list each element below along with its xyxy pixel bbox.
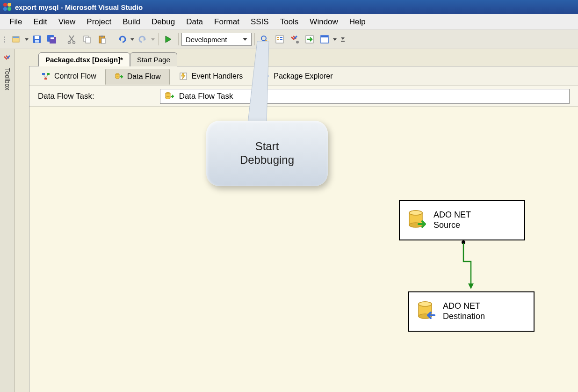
event-handlers-icon bbox=[179, 72, 188, 81]
toolbox-pin-icon[interactable] bbox=[2, 54, 13, 64]
menu-build[interactable]: Build bbox=[123, 17, 140, 27]
data-flow-task-combo[interactable]: Data Flow Task bbox=[160, 89, 570, 104]
data-flow-task-value: Data Flow Task bbox=[179, 92, 233, 101]
toolbox-label: Toolbox bbox=[4, 68, 11, 90]
menu-debug[interactable]: Debug bbox=[152, 17, 175, 27]
properties-button[interactable] bbox=[273, 32, 287, 46]
solution-config-value: Development bbox=[186, 36, 227, 44]
window-layout-button[interactable] bbox=[318, 32, 332, 46]
tab-data-flow[interactable]: Data Flow bbox=[105, 69, 170, 85]
svg-point-45 bbox=[409, 211, 422, 215]
tab-start-page[interactable]: Start Page bbox=[130, 52, 177, 66]
menu-edit[interactable]: Edit bbox=[33, 17, 47, 27]
menu-tools[interactable]: Tools bbox=[280, 17, 299, 27]
svg-rect-36 bbox=[262, 73, 264, 75]
callout-start-debugging: Start Debbuging bbox=[206, 121, 328, 186]
svg-point-0 bbox=[3, 3, 7, 7]
paste-button[interactable] bbox=[95, 32, 109, 46]
package-explorer-icon bbox=[260, 72, 270, 81]
solution-config-combo[interactable]: Development bbox=[181, 33, 252, 46]
title-bar: export mysql - Microsoft Visual Studio bbox=[0, 0, 578, 14]
menu-format[interactable]: Format bbox=[214, 17, 239, 27]
designer-tabs: Control Flow Data Flow Event Handlers bbox=[29, 66, 578, 86]
menu-file[interactable]: File bbox=[9, 17, 22, 27]
svg-rect-21 bbox=[277, 37, 279, 38]
toolbar-grip[interactable] bbox=[3, 32, 7, 46]
svg-rect-30 bbox=[47, 73, 50, 75]
svg-point-1 bbox=[7, 3, 11, 7]
cut-button[interactable] bbox=[65, 32, 79, 46]
svg-rect-22 bbox=[277, 39, 279, 40]
save-button[interactable] bbox=[30, 32, 44, 46]
redo-button[interactable] bbox=[136, 32, 150, 46]
node-ado-net-destination[interactable]: ADO NET Destination bbox=[408, 291, 535, 332]
connector-arrow[interactable] bbox=[460, 240, 474, 292]
svg-point-41 bbox=[166, 96, 170, 99]
svg-rect-24 bbox=[280, 39, 282, 40]
svg-rect-38 bbox=[266, 75, 268, 77]
new-project-dropdown[interactable] bbox=[24, 38, 29, 41]
svg-rect-11 bbox=[51, 37, 54, 39]
new-project-button[interactable] bbox=[9, 32, 23, 46]
redo-dropdown[interactable] bbox=[151, 38, 155, 41]
tab-package-explorer[interactable]: Package Explorer bbox=[252, 68, 341, 84]
find-button[interactable] bbox=[258, 32, 272, 46]
menu-project[interactable]: Project bbox=[87, 17, 111, 27]
vs-logo-icon bbox=[3, 2, 12, 12]
svg-point-50 bbox=[419, 302, 432, 306]
svg-rect-31 bbox=[44, 78, 47, 80]
start-debugging-button[interactable] bbox=[161, 32, 175, 46]
data-flow-task-row: Data Flow Task: Data Flow Task bbox=[29, 86, 578, 107]
svg-point-34 bbox=[116, 77, 119, 79]
undo-button[interactable] bbox=[115, 32, 129, 46]
svg-point-12 bbox=[68, 42, 71, 44]
chevron-down-icon bbox=[241, 35, 249, 44]
svg-rect-17 bbox=[101, 36, 103, 37]
tab-event-handlers[interactable]: Event Handlers bbox=[170, 68, 252, 84]
svg-point-2 bbox=[3, 7, 7, 11]
svg-point-3 bbox=[7, 7, 11, 11]
tab-control-flow[interactable]: Control Flow bbox=[32, 68, 105, 84]
svg-point-19 bbox=[261, 36, 266, 41]
svg-rect-8 bbox=[35, 40, 39, 43]
data-flow-icon bbox=[114, 72, 123, 81]
menu-view[interactable]: View bbox=[58, 17, 76, 27]
svg-point-25 bbox=[296, 41, 299, 44]
svg-rect-28 bbox=[321, 36, 328, 37]
toolbar: Development bbox=[0, 30, 578, 49]
menu-ssis[interactable]: SSIS bbox=[251, 17, 269, 27]
data-flow-task-icon bbox=[164, 91, 174, 102]
svg-point-13 bbox=[73, 42, 75, 44]
svg-rect-23 bbox=[280, 37, 282, 38]
svg-rect-7 bbox=[35, 36, 39, 39]
menu-bar: File Edit View Project Build Debug Data … bbox=[0, 14, 578, 30]
svg-rect-15 bbox=[86, 37, 90, 43]
svg-rect-37 bbox=[262, 77, 264, 80]
document-tabs: Package.dtsx [Design]* Start Page bbox=[15, 49, 578, 66]
data-flow-canvas[interactable]: Start Debbuging bbox=[29, 107, 578, 392]
toolbox-button[interactable] bbox=[288, 32, 302, 46]
menu-window[interactable]: Window bbox=[310, 17, 338, 27]
tab-package-dtsx[interactable]: Package.dtsx [Design]* bbox=[38, 52, 130, 66]
toolbox-panel[interactable]: Toolbox bbox=[0, 49, 15, 392]
svg-rect-18 bbox=[101, 38, 105, 44]
toolbar-overflow[interactable] bbox=[340, 32, 346, 46]
window-title: export mysql - Microsoft Visual Studio bbox=[15, 3, 143, 11]
control-flow-icon bbox=[41, 72, 51, 81]
data-flow-task-label: Data Flow Task: bbox=[38, 92, 94, 101]
svg-rect-29 bbox=[42, 73, 45, 75]
copy-button[interactable] bbox=[80, 32, 94, 46]
database-destination-icon bbox=[417, 301, 435, 322]
window-layout-dropdown[interactable] bbox=[332, 38, 337, 41]
menu-data[interactable]: Data bbox=[186, 17, 203, 27]
database-source-icon bbox=[407, 210, 426, 231]
save-all-button[interactable] bbox=[45, 32, 59, 46]
node-ado-net-source[interactable]: ADO NET Source bbox=[399, 200, 525, 240]
svg-rect-5 bbox=[13, 36, 19, 38]
undo-dropdown[interactable] bbox=[130, 38, 135, 41]
start-page-button[interactable] bbox=[303, 32, 317, 46]
menu-help[interactable]: Help bbox=[349, 17, 366, 27]
